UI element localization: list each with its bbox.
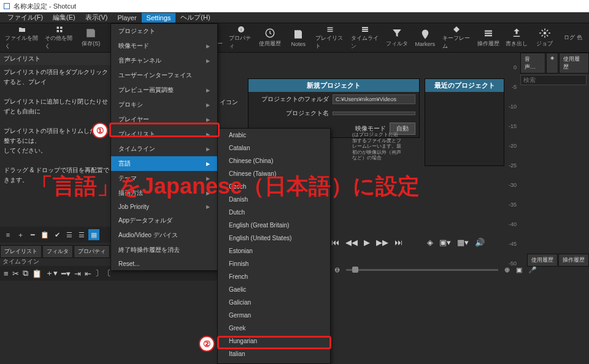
lang-dutch[interactable]: Dutch (218, 206, 330, 219)
tl-menu-icon[interactable]: ≡ (4, 269, 9, 278)
keyframe-button[interactable]: キーフレーム (440, 25, 474, 51)
lang-greek[interactable]: Greek (218, 322, 330, 335)
lang-galician[interactable]: Galician (218, 296, 330, 309)
zoom-slider[interactable] (346, 269, 498, 271)
rbtab-ophistory[interactable]: 操作履歴 (558, 254, 589, 267)
menu-player[interactable]: Player (112, 13, 141, 23)
chip-diamond[interactable]: ◈ (546, 53, 558, 74)
annotation-circle-2: ② (199, 336, 215, 352)
timeline-button[interactable]: タイムライン (348, 25, 382, 51)
export-button[interactable]: 書き出し (503, 25, 530, 51)
mi-timeline[interactable]: タイムライン▶ (111, 142, 217, 156)
grid-icon[interactable]: ▦ (88, 229, 99, 240)
cut-icon[interactable]: ✂ (12, 269, 19, 278)
mic-icon[interactable]: 🎤 (528, 266, 537, 274)
fit-icon[interactable]: ▣ (516, 266, 522, 274)
player-diamond-icon[interactable]: ◈ (427, 238, 433, 247)
tab-property[interactable]: プロパティ (74, 245, 110, 258)
mi-ui[interactable]: ユーザーインターフェイス (111, 68, 217, 83)
rbtab-history[interactable]: 使用履歴 (527, 254, 558, 267)
mi-preview-quality[interactable]: プレビュー画質調整▶ (111, 83, 217, 97)
chip-audio[interactable]: 音声… (520, 53, 545, 74)
lang-hungarian[interactable]: Hungarian (218, 335, 330, 347)
lift-icon[interactable]: ⇤ (85, 269, 91, 278)
job-button[interactable]: ジョブ (531, 25, 558, 51)
mi-language[interactable]: 言語▶ (111, 156, 217, 171)
paste2-icon[interactable]: 📋 (32, 269, 42, 278)
pane-title: プレイリスト (0, 53, 117, 65)
playlist-button[interactable]: プレイリスト (313, 25, 347, 51)
mi-appdata[interactable]: Appデータフォルダ (111, 213, 217, 228)
paste-icon[interactable]: 📋 (39, 229, 50, 240)
lang-english-us[interactable]: English (United States) (218, 232, 330, 245)
open-other-button[interactable]: その他を開く (42, 25, 76, 51)
skip-start-icon[interactable]: ⏮ (331, 238, 339, 247)
volume-icon[interactable]: 🔊 (475, 238, 485, 247)
lang-gaelic[interactable]: Gaelic (218, 283, 330, 296)
lang-german[interactable]: German (218, 309, 330, 322)
zoom-fit-icon[interactable]: ▣▾ (439, 238, 451, 247)
lang-japanese[interactable]: Japanese (218, 360, 330, 364)
mi-reset[interactable]: Reset... (111, 257, 217, 270)
tab-filter[interactable]: フィルタ (42, 245, 73, 258)
lang-chinese-china[interactable]: Chinese (China) (218, 154, 330, 167)
mi-proxy[interactable]: プロキシ▶ (111, 97, 217, 112)
lang-arabic[interactable]: Arabic (218, 129, 330, 142)
remove-icon[interactable]: ━ (27, 229, 38, 240)
recent-project-panel: 最近のプロジェクト (425, 78, 504, 166)
menu-file[interactable]: ファイル(F) (2, 12, 48, 23)
lang-finnish[interactable]: Finnish (218, 257, 330, 270)
folder-label: プロジェクトのフォルダ (252, 95, 329, 104)
name-input[interactable] (333, 112, 415, 115)
detail-icon[interactable]: ☰ (64, 229, 75, 240)
mi-video-mode[interactable]: 映像モード▶ (111, 39, 217, 53)
add-icon[interactable]: ＋ (15, 229, 26, 240)
chip-history[interactable]: 使用履歴 (559, 53, 589, 74)
markers-button[interactable]: Markers (412, 25, 439, 51)
filter-button[interactable]: フィルタ (383, 25, 410, 51)
op-history-button[interactable]: 操作履歴 (475, 25, 502, 51)
menu-view[interactable]: 表示(V) (80, 12, 113, 23)
grid-toggle-icon[interactable]: ▦▾ (457, 238, 469, 247)
playlist-pane: プレイリスト プレイリストの項目をダブルクリックすると、プレイ プレイリストに追… (0, 53, 117, 188)
search-input[interactable] (520, 75, 587, 85)
plus-icon[interactable]: ＋▾ (45, 268, 58, 279)
lang-english-gb[interactable]: English (Great Britain) (218, 219, 330, 232)
menu-edit[interactable]: 編集(E) (48, 12, 80, 23)
menu-settings[interactable]: Settings (142, 13, 176, 23)
zoom-in-icon[interactable]: ⊕ (504, 266, 510, 274)
mi-project[interactable]: プロジェクト (111, 24, 217, 39)
copy-icon[interactable]: ⧉ (23, 268, 28, 278)
play-icon[interactable]: ▶ (364, 238, 370, 247)
check-icon[interactable]: ✔ (52, 229, 63, 240)
tab-playlist[interactable]: プレイリスト (0, 245, 42, 258)
mi-av-device[interactable]: Audio/Video デバイス (111, 228, 217, 243)
log-color-button[interactable]: ログ 色 (560, 25, 587, 51)
mi-audio-channel[interactable]: 音声チャンネル▶ (111, 53, 217, 68)
lang-italian[interactable]: Italian (218, 347, 330, 360)
mi-playlist[interactable]: プレイリスト▶ (111, 127, 217, 142)
folder-open-icon (17, 26, 28, 33)
mi-player[interactable]: プレイヤー▶ (111, 112, 217, 127)
open-file-button[interactable]: ファイルを開く (2, 25, 41, 51)
mi-job-priority[interactable]: Job Priority▶ (111, 200, 217, 213)
skip-end-icon[interactable]: ⏭ (395, 238, 402, 247)
list2-icon[interactable]: ☰ (76, 229, 87, 240)
mi-clear-history[interactable]: 終了時操作履歴を消去 (111, 243, 217, 257)
notes-button[interactable]: Notes (285, 25, 312, 51)
overwrite-icon[interactable]: ⇥ (74, 269, 81, 278)
lang-estonian[interactable]: Estonian (218, 245, 330, 257)
zoom-out-icon[interactable]: ⊖ (334, 266, 340, 274)
menu-help[interactable]: ヘルプ(H) (175, 12, 215, 23)
ffwd-icon[interactable]: ▶▶ (376, 238, 388, 247)
property-button[interactable]: i プロパティ (226, 25, 255, 51)
history-button[interactable]: 使用履歴 (256, 25, 283, 51)
list-icon[interactable]: ≡ (2, 229, 13, 240)
minus-icon[interactable]: ━▾ (61, 269, 71, 278)
rewind-icon[interactable]: ◀◀ (345, 238, 358, 247)
lang-french[interactable]: French (218, 270, 330, 283)
save-button[interactable]: 保存(S) (77, 25, 104, 51)
lang-catalan[interactable]: Catalan (218, 142, 330, 154)
folder-value[interactable]: C:¥Users¥nikom¥Videos (333, 94, 415, 104)
split-icon[interactable]: 〕〔 (95, 268, 111, 279)
